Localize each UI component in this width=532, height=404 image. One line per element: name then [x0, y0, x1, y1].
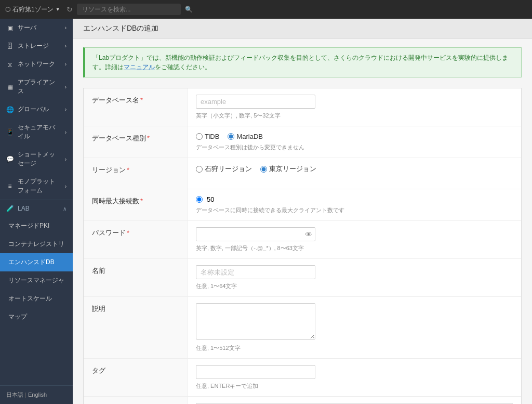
max-connections-row: 同時最大接続数* 50 データベースに同時に接続できる最大クライアント数です [84, 189, 521, 221]
db-name-input[interactable] [196, 95, 315, 109]
sidebar-item-securemobile[interactable]: 📱 セキュアモバイル › [0, 119, 73, 146]
chevron-icon: › [65, 157, 66, 162]
max-connections-label: 同時最大接続数* [92, 197, 143, 206]
db-type-mariadb-option[interactable]: MariaDB [228, 133, 263, 140]
chevron-down-icon: ∧ [63, 206, 66, 212]
max-connections-hint: データベースに同時に接続できる最大クライアント数です [196, 206, 513, 214]
max-connections-radio-input[interactable] [196, 196, 203, 203]
description-row: 説明 任意, 1〜512文字 [84, 297, 521, 359]
sidebar-item-autoscale[interactable]: オートスケール [0, 290, 73, 308]
db-name-label: データベース名* [92, 96, 143, 105]
description-content: 任意, 1〜512文字 [188, 297, 521, 358]
chevron-icon: › [65, 25, 66, 31]
search-icon: 🔍 [185, 6, 193, 13]
password-input[interactable] [196, 227, 315, 241]
map-label: マップ [8, 312, 27, 321]
name-input[interactable] [196, 265, 315, 279]
password-label: パスワード* [92, 228, 129, 238]
max-connections-radio: 50 [196, 196, 513, 203]
appliance-icon: ▦ [6, 83, 14, 90]
sidebar-item-lab[interactable]: 🧪 LAB ∧ [0, 200, 73, 217]
name-row: 名前 任意, 1〜64文字 [84, 259, 521, 297]
db-type-radio-group: TiDB MariaDB [196, 133, 513, 140]
server-icon: ▣ [6, 24, 14, 32]
sidebar-item-appliance[interactable]: ▦ アプライアンス › [0, 73, 73, 100]
sidebar-item-label: ネットワーク [18, 60, 55, 69]
description-label-col: 説明 [84, 297, 188, 358]
region-label-col: リージョン* [84, 158, 188, 189]
chevron-icon: › [65, 43, 66, 49]
sidebar-item-network[interactable]: ⧖ ネットワーク › [0, 55, 73, 73]
mariadb-label: MariaDB [236, 133, 263, 140]
sidebar-item-storage[interactable]: 🗄 ストレージ › [0, 37, 73, 55]
sidebar-item-label: サーバ [18, 23, 36, 32]
tag-hint: 任意, ENTERキーで追加 [196, 382, 513, 390]
max-connections-value: 50 [207, 196, 214, 203]
db-type-tidb-option[interactable]: TiDB [196, 133, 219, 140]
db-name-label-col: データベース名* [84, 88, 188, 126]
banner-link[interactable]: マニュアル [124, 63, 155, 71]
sms-icon: 💬 [6, 155, 14, 163]
sidebar-footer: 日本語 | English [0, 385, 73, 404]
region-ishikari-option[interactable]: 石狩リージョン [196, 164, 252, 174]
sidebar-item-label: LAB [18, 205, 30, 212]
search-input[interactable] [77, 4, 181, 15]
lang-en[interactable]: English [28, 392, 47, 398]
region-tokyo-option[interactable]: 東京リージョン [260, 164, 316, 174]
region-row: リージョン* 石狩リージョン 東京リージョン [84, 158, 521, 189]
ishikari-label: 石狩リージョン [205, 164, 252, 174]
db-type-label: データベース種別* [92, 134, 150, 143]
lang-ja[interactable]: 日本語 [6, 392, 23, 398]
refresh-button[interactable]: ↻ [66, 5, 73, 14]
network-icon: ⧖ [6, 61, 14, 68]
sidebar-item-sms[interactable]: 💬 ショートメッセージ › [0, 146, 73, 173]
max-connections-content: 50 データベースに同時に接続できる最大クライアント数です [188, 189, 521, 220]
region-label: リージョン* [92, 165, 129, 175]
icon-content: - ▾ [188, 397, 521, 404]
password-row: パスワード* 👁 英字, 数字, 一部記号（-.@_*）, 8〜63文字 [84, 221, 521, 259]
chevron-icon: › [65, 84, 66, 90]
autoscale-label: オートスケール [8, 294, 52, 303]
sidebar-item-global[interactable]: 🌐 グローバル › [0, 100, 73, 119]
sidebar: ▣ サーバ › 🗄 ストレージ › ⧖ ネットワーク › ▦ アプライアンス ›… [0, 19, 73, 404]
zone-icon: ⬡ [5, 6, 10, 13]
storage-icon: 🗄 [6, 43, 14, 50]
db-type-required: * [147, 134, 150, 142]
main-content: エンハンスドDBの追加 「Labプロダクト」では、新機能の動作検証およびフィード… [73, 19, 532, 404]
password-content: 👁 英字, 数字, 一部記号（-.@_*）, 8〜63文字 [188, 221, 521, 258]
zone-label: 石狩第1ゾーン [12, 5, 54, 14]
add-enhanced-db-form: データベース名* 英字（小文字）, 数字, 5〜32文字 データベース種別* [83, 88, 522, 404]
sidebar-item-label: ストレージ [18, 42, 49, 50]
zone-selector[interactable]: ⬡ 石狩第1ゾーン ▼ [5, 5, 60, 14]
icon-row: アイコン - ▾ [84, 397, 521, 404]
db-name-row: データベース名* 英字（小文字）, 数字, 5〜32文字 [84, 88, 521, 126]
sidebar-item-map[interactable]: マップ [0, 308, 73, 326]
name-label: 名前 [92, 266, 105, 276]
tag-input[interactable] [196, 365, 315, 379]
lab-icon: 🧪 [6, 205, 14, 212]
tag-content: 任意, ENTERキーで追加 [188, 359, 521, 396]
description-input[interactable] [196, 303, 315, 340]
password-label-col: パスワード* [84, 221, 188, 258]
sidebar-item-server[interactable]: ▣ サーバ › [0, 19, 73, 37]
content-area: 「Labプロダクト」では、新機能の動作検証およびフィードバック収集を目的として、… [73, 39, 532, 404]
sidebar-item-monoplatform[interactable]: ≡ モノプラットフォーム › [0, 173, 73, 200]
chevron-icon: › [65, 61, 66, 67]
region-radio-group: 石狩リージョン 東京リージョン [196, 164, 513, 174]
name-hint: 任意, 1〜64文字 [196, 282, 513, 290]
chevron-icon: › [65, 129, 66, 135]
tokyo-label: 東京リージョン [269, 164, 316, 174]
sidebar-item-label: ショートメッセージ [18, 150, 61, 168]
sidebar-item-container-registry[interactable]: コンテナレジストリ [0, 235, 73, 253]
sidebar-item-resource-manager[interactable]: リソースマネージャ [0, 271, 73, 290]
sidebar-item-label: モノプラットフォーム [18, 177, 61, 195]
password-toggle-icon[interactable]: 👁 [305, 230, 312, 239]
enhanced-db-label: エンハンスドDB [8, 258, 55, 267]
chevron-icon: › [65, 184, 66, 189]
page-title: エンハンスドDBの追加 [83, 24, 522, 33]
sidebar-item-managed-pki[interactable]: マネージドPKI [0, 217, 73, 235]
info-banner: 「Labプロダクト」では、新機能の動作検証およびフィードバック収集を目的として、… [83, 47, 522, 77]
tidb-label: TiDB [205, 133, 219, 140]
sidebar-item-enhanced-db[interactable]: エンハンスドDB [0, 253, 73, 271]
banner-text-after: をご確認ください。 [155, 63, 211, 71]
